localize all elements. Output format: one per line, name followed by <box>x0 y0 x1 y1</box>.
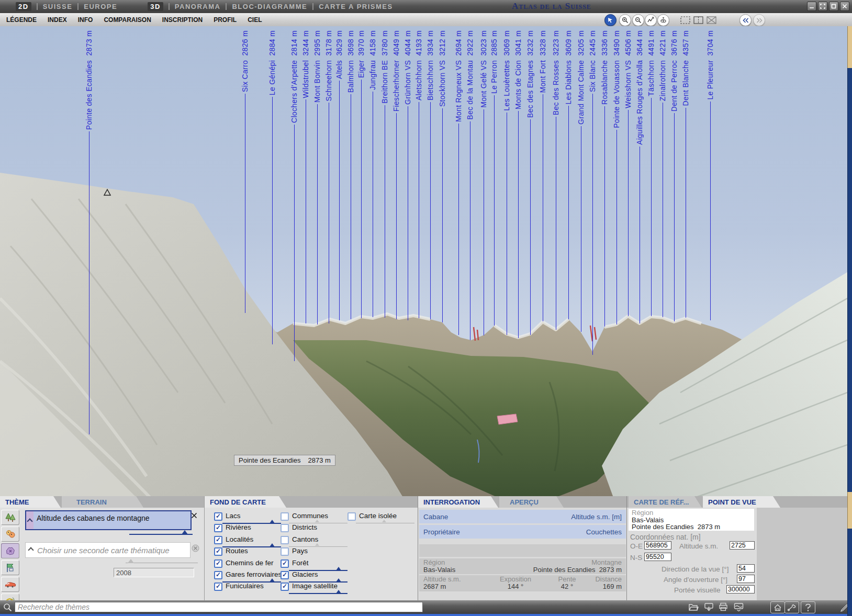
mode-carte-a-prismes[interactable]: CARTE A PRISMES <box>319 3 393 10</box>
layer-opacity-slider[interactable] <box>356 521 414 525</box>
second-theme-combo[interactable]: Choisir une seconde carte thématique <box>25 542 190 558</box>
remove-theme-button[interactable] <box>191 512 197 519</box>
pointer-tool-button[interactable] <box>604 14 616 26</box>
layer-row[interactable]: ✓Routes <box>214 547 282 558</box>
checkbox-unchecked-icon[interactable] <box>281 547 289 556</box>
selected-theme-combo[interactable]: Altitude des cabanes de montagne <box>25 510 192 530</box>
ns-field[interactable] <box>644 553 671 561</box>
menu-inscription[interactable]: INSCRIPTION <box>162 16 203 24</box>
checkbox-unchecked-icon[interactable] <box>347 512 356 521</box>
tab-point-de-vue[interactable]: POINT DE VUE <box>703 496 780 508</box>
menu-ciel[interactable]: CIEL <box>248 16 262 24</box>
menu-index[interactable]: INDEX <box>48 16 67 24</box>
range-field[interactable] <box>726 585 755 593</box>
checkbox-checked-icon[interactable]: ✓ <box>281 571 289 579</box>
close-button[interactable] <box>840 2 849 11</box>
slider-thumb[interactable] <box>315 543 319 546</box>
checkbox-checked-icon[interactable]: ✓ <box>281 559 289 568</box>
maximize-button[interactable] <box>829 2 838 11</box>
slider-thumb[interactable] <box>315 520 319 522</box>
forward-button[interactable] <box>753 14 765 26</box>
layer-row[interactable]: ✓Forêt <box>281 559 338 570</box>
tab-interrogation[interactable]: INTERROGATION <box>418 496 498 508</box>
angle-field[interactable] <box>737 575 755 583</box>
slider-thumb[interactable] <box>382 520 386 522</box>
checkbox-unchecked-icon[interactable] <box>281 536 289 544</box>
layer-row[interactable]: Pays <box>281 547 338 558</box>
menu-profil[interactable]: PROFIL <box>214 16 237 24</box>
theme-nature-button[interactable] <box>1 543 19 558</box>
checkbox-unchecked-icon[interactable] <box>281 524 289 532</box>
layer-row[interactable]: ✓Funiculaires <box>214 582 282 593</box>
mode-panorama[interactable]: PANORAMA <box>175 3 221 10</box>
checkbox-checked-icon[interactable]: ✓ <box>214 547 222 556</box>
export-image-icon[interactable] <box>734 602 744 611</box>
layer-row[interactable]: ✓Glaciers <box>281 570 338 582</box>
help-button[interactable] <box>801 601 815 613</box>
layer-row[interactable]: Districts <box>281 523 338 535</box>
mode-3d[interactable]: 3D <box>148 2 163 11</box>
tab-fond-de-carte[interactable]: FOND DE CARTE <box>205 496 286 508</box>
year-field[interactable] <box>114 568 194 577</box>
year-slider[interactable] <box>126 563 198 563</box>
layer-row[interactable]: ✓Localités <box>214 535 282 547</box>
checkbox-checked-icon[interactable]: ✓ <box>214 524 222 532</box>
slider-thumb[interactable] <box>182 530 188 534</box>
single-view-icon[interactable] <box>680 16 690 24</box>
checkbox-unchecked-icon[interactable] <box>281 512 289 521</box>
profile-tool-button[interactable] <box>645 14 657 26</box>
slider-thumb[interactable] <box>336 578 341 582</box>
overlay-view-icon[interactable] <box>707 16 716 24</box>
zoom-out-tool-button[interactable] <box>632 14 644 26</box>
layer-row[interactable]: ✓Rivières <box>214 523 282 535</box>
slider-thumb[interactable] <box>128 559 134 563</box>
checkbox-checked-icon[interactable]: ✓ <box>214 571 222 579</box>
layer-row[interactable]: ✓Image satellite <box>281 582 338 593</box>
menu-legende[interactable]: LÉGENDE <box>6 16 37 24</box>
layer-row[interactable]: Carte isolée <box>347 512 397 523</box>
altitude-field[interactable] <box>730 541 755 550</box>
oe-field[interactable] <box>644 541 671 550</box>
save-icon[interactable] <box>704 602 714 611</box>
menu-info[interactable]: INFO <box>78 16 93 24</box>
layer-row[interactable]: Communes <box>281 512 338 523</box>
slider-thumb[interactable] <box>270 520 275 523</box>
print-icon[interactable] <box>719 602 728 611</box>
menu-comparaison[interactable]: COMPARAISON <box>104 16 151 24</box>
theme-transport-button[interactable] <box>1 577 19 592</box>
home-button[interactable] <box>770 601 785 613</box>
mode-2d[interactable]: 2D <box>16 2 31 11</box>
theme-search-input[interactable] <box>15 602 423 612</box>
layer-row[interactable]: ✓Gares ferroviaires <box>214 570 282 582</box>
layer-opacity-slider[interactable] <box>289 591 347 595</box>
tools-button[interactable] <box>784 601 799 613</box>
restore-button[interactable] <box>818 2 827 11</box>
mode-suisse[interactable]: SUISSE <box>43 3 73 10</box>
zoom-in-tool-button[interactable] <box>619 14 631 26</box>
direction-field[interactable] <box>737 564 755 573</box>
remove-second-theme-button[interactable] <box>192 544 199 552</box>
theme-population-button[interactable] <box>1 527 19 542</box>
layer-row[interactable]: ✓Lacs <box>214 512 282 523</box>
theme-territory-button[interactable] <box>1 560 19 575</box>
checkbox-checked-icon[interactable]: ✓ <box>214 536 222 544</box>
mode-bloc-diagramme[interactable]: BLOC-DIAGRAMME <box>232 3 307 10</box>
tab-apercu[interactable]: APERÇU <box>499 496 564 508</box>
theme-vegetation-button[interactable] <box>1 510 19 525</box>
tab-carte-de-reference[interactable]: CARTE DE RÉF... <box>629 496 702 508</box>
mode-europe[interactable]: EUROPE <box>84 3 117 10</box>
split-view-icon[interactable] <box>693 16 703 24</box>
checkbox-checked-icon[interactable]: ✓ <box>214 583 222 591</box>
slider-thumb[interactable] <box>336 567 341 570</box>
tab-terrain[interactable]: TERRAIN <box>62 496 143 508</box>
checkbox-checked-icon[interactable]: ✓ <box>214 512 222 521</box>
minimize-button[interactable] <box>807 2 816 11</box>
theme-opacity-slider[interactable] <box>129 534 193 535</box>
layer-row[interactable]: ✓Chemins de fer <box>214 559 282 570</box>
slider-thumb[interactable] <box>336 590 341 593</box>
viewpoint-tool-button[interactable] <box>657 14 669 26</box>
checkbox-checked-icon[interactable]: ✓ <box>281 583 289 591</box>
back-button[interactable] <box>739 14 752 26</box>
checkbox-checked-icon[interactable]: ✓ <box>214 559 222 568</box>
slider-thumb[interactable] <box>270 578 275 582</box>
